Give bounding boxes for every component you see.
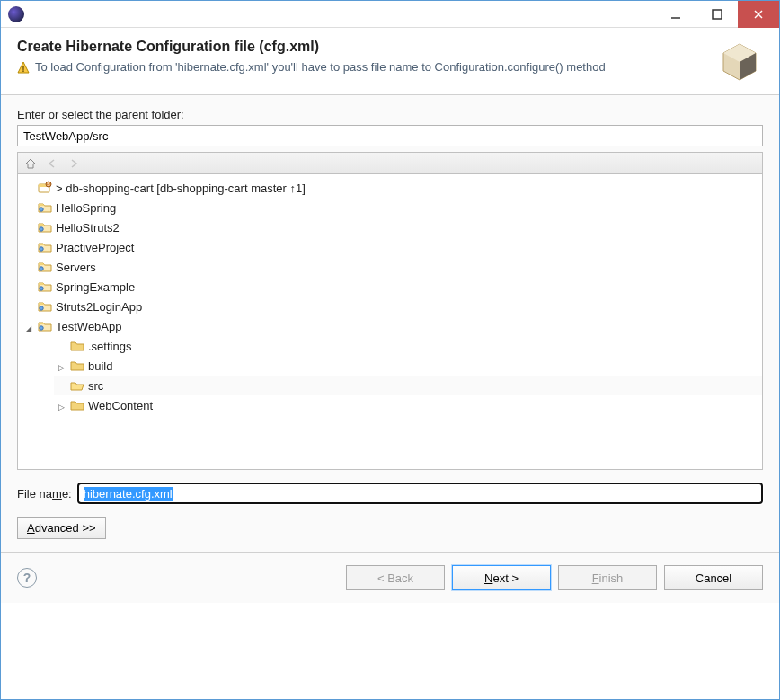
wizard-title: Create Hibernate Configuration file (cfg… <box>17 39 707 55</box>
tree-item-label: .settings <box>88 340 131 353</box>
tree-item[interactable]: Servers <box>22 257 762 277</box>
folder-icon <box>70 339 84 353</box>
svg-text:!: ! <box>22 65 25 74</box>
svg-point-19 <box>40 306 43 310</box>
wizard-banner: Create Hibernate Configuration file (cfg… <box>1 28 779 95</box>
tree-item[interactable]: SpringExample <box>22 277 762 297</box>
next-button[interactable]: Next > <box>452 565 551 590</box>
tree-item[interactable]: S> db-shopping-cart [db-shopping-cart ma… <box>22 178 762 198</box>
eclipse-icon <box>8 6 24 22</box>
svg-point-14 <box>40 208 43 211</box>
close-button[interactable] <box>738 1 779 28</box>
maximize-button[interactable] <box>696 1 738 28</box>
folder-tree[interactable]: S> db-shopping-cart [db-shopping-cart ma… <box>17 173 763 470</box>
filename-input[interactable] <box>77 483 763 504</box>
project-icon <box>38 260 52 274</box>
help-icon[interactable]: ? <box>17 568 37 588</box>
project-icon: S <box>38 181 52 195</box>
tree-item-label: Servers <box>56 261 96 274</box>
tree-item-label: WebContent <box>88 399 153 412</box>
tree-item[interactable]: build <box>54 356 762 376</box>
tree-item[interactable]: WebContent <box>54 395 762 415</box>
folder-icon <box>70 378 84 393</box>
tree-item-label: src <box>88 379 103 393</box>
svg-point-18 <box>40 287 43 290</box>
svg-point-15 <box>40 227 43 231</box>
forward-arrow-icon[interactable] <box>66 156 81 171</box>
tree-item[interactable]: TestWebApp <box>22 316 762 336</box>
tree-item-label: PractiveProject <box>56 241 134 254</box>
expand-icon[interactable] <box>23 320 34 333</box>
svg-point-17 <box>40 267 43 270</box>
tree-item[interactable]: Struts2LoginApp <box>22 297 762 316</box>
back-arrow-icon[interactable] <box>45 156 59 171</box>
expand-icon[interactable] <box>56 399 66 412</box>
wizard-content: Enter or select the parent folder: S> db… <box>1 95 779 552</box>
tree-item[interactable]: HelloSpring <box>22 198 762 217</box>
folder-icon <box>70 398 84 412</box>
parent-folder-input[interactable] <box>17 125 763 146</box>
hibernate-cube-icon <box>716 39 763 85</box>
svg-point-20 <box>40 326 43 330</box>
tree-item[interactable]: PractiveProject <box>22 237 762 257</box>
warning-icon: ! <box>17 61 30 74</box>
window-titlebar <box>1 1 779 28</box>
project-icon <box>38 240 52 254</box>
tree-item-label: SpringExample <box>56 280 135 294</box>
minimize-button[interactable] <box>655 1 696 28</box>
tree-item[interactable]: HelloStruts2 <box>22 217 762 237</box>
tree-item[interactable]: .settings <box>54 336 762 356</box>
svg-marker-9 <box>26 159 35 168</box>
parent-folder-label: Enter or select the parent folder: <box>17 108 763 121</box>
project-icon <box>38 200 52 215</box>
tree-item-label: build <box>88 359 112 373</box>
folder-icon <box>70 359 84 373</box>
svg-point-16 <box>40 247 43 251</box>
project-icon <box>38 220 52 235</box>
wizard-message: To load Configuration from 'hibernate.cf… <box>35 60 606 74</box>
tree-item-label: Struts2LoginApp <box>56 300 142 314</box>
tree-toolbar <box>17 152 763 173</box>
wizard-footer: ? < Back Next > Finish Cancel <box>1 552 779 603</box>
project-icon <box>38 319 52 333</box>
tree-item-label: TestWebApp <box>56 320 121 333</box>
finish-button[interactable]: Finish <box>558 565 657 590</box>
back-button[interactable]: < Back <box>346 565 445 590</box>
tree-item-label: > db-shopping-cart [db-shopping-cart mas… <box>56 182 306 195</box>
project-icon <box>38 279 52 294</box>
home-icon[interactable] <box>23 156 38 171</box>
advanced-button[interactable]: Advanced >> <box>17 517 106 539</box>
filename-label: File name: <box>17 487 72 501</box>
svg-rect-1 <box>713 10 722 19</box>
cancel-button[interactable]: Cancel <box>664 565 763 590</box>
tree-item-label: HelloSpring <box>56 201 116 215</box>
tree-item-label: HelloStruts2 <box>56 221 120 235</box>
tree-item[interactable]: src <box>54 376 762 395</box>
expand-icon[interactable] <box>56 359 66 373</box>
project-icon <box>38 299 52 314</box>
